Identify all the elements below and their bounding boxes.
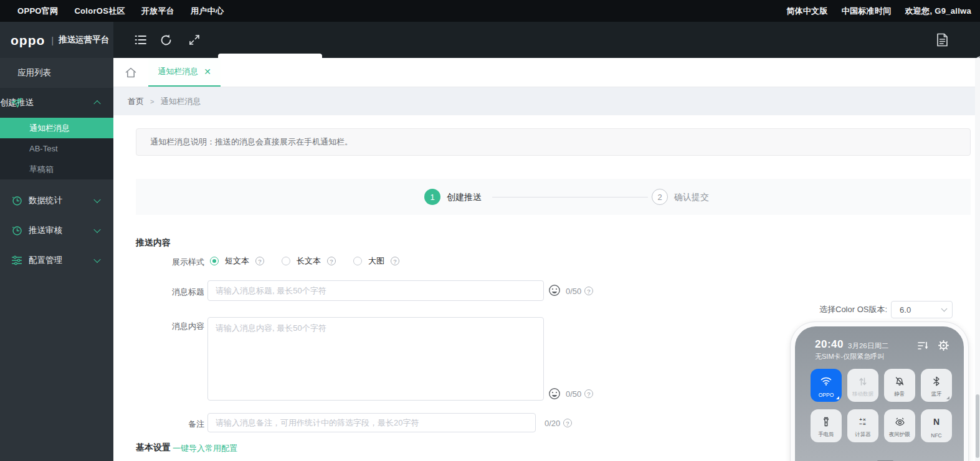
steps-bar: 1 创建推送 2 确认提交 [136,179,971,215]
breadcrumb: 首页 > 通知栏消息 [128,96,201,107]
tile-wifi[interactable]: OPPO [811,369,842,402]
sidebar-item-label: 数据统计 [29,195,62,206]
remark-label: 备注 [136,419,204,430]
tile-mobile-data[interactable]: 移动数据 [847,369,878,402]
link-oppo-site[interactable]: OPPO官网 [17,6,58,17]
sidebar-item-data-statistics[interactable]: 数据统计 [0,186,113,216]
step-1-circle: 1 [424,189,440,205]
docs-icon[interactable] [931,22,953,58]
nfc-icon: N [933,415,940,429]
header: oppo | 推送运营平台 PushDemo [0,22,980,58]
sidebar-item-ab-test[interactable]: AB-Test [0,138,113,159]
tile-corner-badge [836,396,839,399]
timezone-label: 中国标准时间 [842,6,892,17]
radio-big-image[interactable] [353,257,362,265]
step-connector [492,197,648,197]
content-panel: 通知栏消息说明：推送的消息会直接展示在手机通知栏。 1 创建推送 2 确认提交 … [113,115,975,461]
sidebar-item-create-push[interactable]: 创建推送 [0,88,113,118]
main-area: 通知栏消息 ✕ 首页 > 通知栏消息 通知栏消息说明：推送的消息会直接展示在手机… [113,58,975,461]
home-tab[interactable] [118,58,143,87]
notice-text: 通知栏消息说明：推送的消息会直接展示在手机通知栏。 [150,136,353,148]
message-title-input[interactable] [207,280,544,301]
scrollbar-thumb[interactable] [976,394,979,458]
sidebar-subitem-label: 草稿箱 [29,164,54,175]
help-icon[interactable]: ? [327,257,336,265]
help-icon[interactable]: ? [563,419,572,427]
tab-bar: 通知栏消息 ✕ [113,58,975,87]
collapse-menu-icon[interactable] [130,22,151,58]
phone-screen: 20:40 3月26日周二 无SIM卡-仅限紧急呼叫 OPPO [795,326,964,461]
section-title-push-content: 推送内容 [136,237,171,249]
logo-divider: | [51,35,54,45]
paper-plane-icon [11,97,22,108]
radio-label-short-text[interactable]: 短文本 [225,255,249,267]
sidebar-item-config-management[interactable]: 配置管理 [0,245,113,275]
history-clock-icon [11,195,22,206]
radio-label-big-image[interactable]: 大图 [368,255,384,267]
phone-sim-status: 无SIM卡-仅限紧急呼叫 [815,352,884,361]
sidebar-item-push-review[interactable]: 推送审核 [0,216,113,245]
breadcrumb-separator: > [150,98,154,105]
tab-notification-message[interactable]: 通知栏消息 ✕ [148,58,221,87]
radio-label-long-text[interactable]: 长文本 [297,255,321,267]
close-tab-icon[interactable]: ✕ [204,67,211,76]
tile-bluetooth[interactable]: 蓝牙 [921,369,952,402]
tile-label: 静音 [884,391,915,398]
link-user-center[interactable]: 用户中心 [191,6,224,17]
breadcrumb-home[interactable]: 首页 [128,96,144,107]
help-icon[interactable]: ? [255,257,264,265]
flashlight-icon [822,415,830,429]
night-eye-icon [895,415,905,429]
chevron-up-icon [93,100,100,107]
section-title-basic-settings: 基本设置 [136,442,171,454]
refresh-icon[interactable] [155,22,176,58]
mute-bell-icon [895,374,905,388]
step-1-label: 创建推送 [447,192,482,203]
tile-sort-icon[interactable] [918,341,929,353]
tile-mute[interactable]: 静音 [884,369,915,402]
radio-short-text[interactable] [210,257,219,265]
notice-box: 通知栏消息说明：推送的消息会直接展示在手机通知栏。 [136,128,971,156]
emoji-picker-icon[interactable] [548,387,561,400]
content-char-counter: 0/50 [566,389,581,399]
remark-input[interactable] [207,413,536,432]
sidebar-item-drafts[interactable]: 草稿箱 [0,159,113,179]
link-open-platform[interactable]: 开放平台 [141,6,174,17]
logo-block[interactable]: oppo | 推送运营平台 [0,22,113,58]
chevron-down-icon [93,226,100,233]
coloros-version-label: 选择Color OS版本: [819,304,887,315]
sliders-icon [11,255,22,266]
settings-gear-icon[interactable] [938,340,949,353]
link-coloros-community[interactable]: ColorOS社区 [74,6,125,17]
message-content-textarea[interactable] [207,317,544,401]
tile-eye-protection[interactable]: 夜间护眼 [884,409,915,442]
tile-label: 夜间护眼 [884,431,915,439]
radio-long-text[interactable] [282,257,290,265]
tile-flashlight[interactable]: 手电筒 [811,409,842,442]
welcome-user[interactable]: 欢迎您, G9_allwa [905,6,972,17]
sidebar-item-notification-message[interactable]: 通知栏消息 [0,118,113,138]
help-icon[interactable]: ? [584,287,593,295]
help-icon[interactable]: ? [584,389,593,398]
help-icon[interactable]: ? [391,257,399,265]
top-bar: OPPO官网 ColorOS社区 开放平台 用户中心 简体中文版 中国标准时间 … [0,0,980,22]
tile-nfc[interactable]: N NFC [921,409,952,442]
language-switch[interactable]: 简体中文版 [786,6,828,17]
remark-char-counter: 0/20 [545,419,560,428]
fullscreen-icon[interactable] [184,22,205,58]
tile-calculator[interactable]: +×−= 计算器 [847,409,878,442]
sidebar-item-label: 推送审核 [29,225,62,236]
tile-label: 手电筒 [811,431,842,439]
title-char-counter: 0/50 [566,287,581,296]
phone-time: 20:40 [815,338,844,351]
coloros-version-select[interactable]: 6.0 [891,301,953,318]
tab-label: 通知栏消息 [158,66,198,77]
sidebar-subitem-label: 通知栏消息 [29,123,70,134]
sidebar-group-create-push: 创建推送 通知栏消息 AB-Test 草稿箱 [0,88,113,179]
import-config-link[interactable]: 一键导入常用配置 [173,443,237,454]
sidebar-item-app-list[interactable]: 应用列表 [0,58,113,88]
phone-date: 3月26日周二 [848,341,888,351]
tile-label: NFC [921,432,952,439]
emoji-picker-icon[interactable] [548,284,561,297]
phone-preview: 20:40 3月26日周二 无SIM卡-仅限紧急呼叫 OPPO [790,321,969,461]
